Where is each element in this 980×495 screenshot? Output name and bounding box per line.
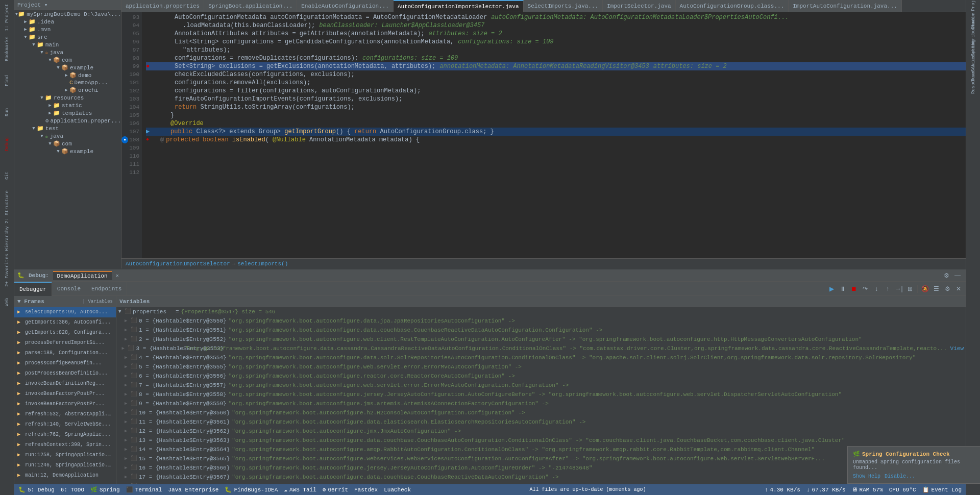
var-item-11[interactable]: ▶ ⬛ 11 = {Hashtable$Entry@3561} "org.spr… bbox=[116, 417, 966, 427]
tree-item-java[interactable]: ▼ ☕ java bbox=[14, 48, 121, 56]
tab-selectimports[interactable]: SelectImports.java... bbox=[524, 0, 603, 12]
status-luacheck[interactable]: LuaCheck bbox=[384, 487, 411, 493]
code-area[interactable]: AutoConfigurationMetadata autoConfigurat… bbox=[142, 12, 966, 258]
var-item-12[interactable]: ▶ ⬛ 12 = {Hashtable$Entry@3562} "org.spr… bbox=[116, 427, 966, 436]
mute-breakpoints-btn[interactable]: 🔕 bbox=[920, 284, 930, 294]
tree-item-idea[interactable]: ▶ 📁 .idea bbox=[14, 18, 121, 26]
debug-tab-console[interactable]: Console bbox=[52, 282, 86, 296]
var-item-9[interactable]: ▶ ⬛ 9 = {Hashtable$Entry@3559} "org.spri… bbox=[116, 399, 966, 408]
tree-item-src[interactable]: ▼ 📁 src bbox=[14, 33, 121, 41]
var-item-10[interactable]: ▶ ⬛ 10 = {Hashtable$Entry@3560} "org.spr… bbox=[116, 408, 966, 417]
settings-btn[interactable]: ⚙ bbox=[942, 284, 952, 294]
frame-item-getimports828[interactable]: ▶ getImports:828, Configura... bbox=[14, 328, 116, 338]
disable-link[interactable]: Disable... bbox=[885, 474, 915, 479]
tree-item-mvn[interactable]: ▶ 📁 .mvn bbox=[14, 26, 121, 33]
status-awstail[interactable]: ☁ AWS Tail bbox=[284, 486, 316, 493]
debug-sidebar-icon[interactable]: Debug bbox=[1, 129, 13, 159]
web-sidebar-icon[interactable]: Web bbox=[1, 287, 13, 317]
var-item-17[interactable]: ▶ ⬛ 17 = {Hashtable$Entry@3567} "org.spr… bbox=[116, 473, 966, 482]
tab-autoconfigurationgroup[interactable]: AutoConfigurationGroup.class... bbox=[676, 0, 789, 12]
debug-minimize-button[interactable]: — bbox=[952, 270, 963, 281]
frame-item-refresh532[interactable]: ▶ refresh:532, AbstractAppli... bbox=[14, 409, 116, 419]
tree-item-static[interactable]: ▶ 📁 static bbox=[14, 102, 121, 109]
frame-item-refresh762[interactable]: ▶ refresh:762, SpringApplic... bbox=[14, 430, 116, 440]
var-item-0[interactable]: ▶ ⬛ 0 = {Hashtable$Entry@3550} "org.spri… bbox=[116, 316, 966, 326]
frame-item-getimports386[interactable]: ▶ getImports:386, AutoConfi... bbox=[14, 317, 116, 328]
resource-icon[interactable]: ResourceSeries bbox=[967, 68, 979, 81]
git-sidebar-icon[interactable]: Git bbox=[1, 160, 13, 191]
frame-item-refreshcontext[interactable]: ▶ refreshContext:398, Sprin... bbox=[14, 440, 116, 450]
tab-importselector[interactable]: ImportSelector.java bbox=[603, 0, 675, 12]
run-sidebar-icon[interactable]: Run bbox=[1, 97, 13, 128]
breadcrumb-item-1[interactable]: AutoConfigurationImportSelector bbox=[126, 261, 230, 267]
var-item-5[interactable]: ▶ ⬛ 5 = {Hashtable$Entry@3555} "org.spri… bbox=[116, 362, 966, 372]
stop-btn[interactable]: ⏹ bbox=[849, 284, 859, 294]
tree-item-resources[interactable]: ▼ 📁 resources bbox=[14, 94, 121, 102]
debug-tab-debugger[interactable]: Debugger bbox=[14, 282, 52, 296]
frame-item-selectimports[interactable]: ▶ selectImports:99, AutoCo... bbox=[14, 307, 116, 317]
tree-item-demoapp[interactable]: C DemoApp... bbox=[14, 79, 121, 86]
frame-item-processconfigbean[interactable]: ▶ processConfigBeanDefin... bbox=[14, 358, 116, 368]
debug-session-tab[interactable]: DemoApplication bbox=[53, 271, 112, 280]
status-java-enterprise[interactable]: Java Enterprise bbox=[168, 487, 218, 493]
status-fastdex[interactable]: Fastdex bbox=[354, 487, 378, 493]
structure-sidebar-icon[interactable]: 2: Structure bbox=[1, 192, 13, 222]
breadcrumb-item-2[interactable]: selectImports() bbox=[237, 261, 288, 267]
tree-item-test-example[interactable]: ▼ 📦 example bbox=[14, 147, 121, 155]
frame-item-main[interactable]: ▶ main:12, DemoApplication bbox=[14, 471, 116, 481]
tab-importautoconfiguration[interactable]: ImportAutoConfiguration.java... bbox=[789, 0, 902, 12]
frame-item-invokebean2[interactable]: ▶ invokeBeanFactoryPostPr... bbox=[14, 389, 116, 399]
step-out-btn[interactable]: ↑ bbox=[883, 284, 893, 294]
status-todo[interactable]: 6: TODO bbox=[61, 487, 84, 493]
tab-springboot-application[interactable]: SpringBoot.application... bbox=[204, 0, 297, 12]
frame-item-parse188[interactable]: ▶ parse:188, Configuration... bbox=[14, 348, 116, 358]
find-sidebar-icon[interactable]: Find bbox=[1, 65, 13, 96]
frame-item-run1246[interactable]: ▶ run:1246, SpringApplicatio... bbox=[14, 460, 116, 471]
hierarchy-sidebar-icon[interactable]: Hierarchy bbox=[1, 224, 13, 254]
tree-item-appprops[interactable]: ⚙ application.proper... bbox=[14, 117, 121, 125]
maven-icon[interactable]: Maven Projects bbox=[967, 2, 979, 14]
tree-item-test-com[interactable]: ▼ 📦 com bbox=[14, 140, 121, 147]
run-to-cursor-btn[interactable]: →| bbox=[894, 284, 904, 294]
frame-item-refresh140[interactable]: ▶ refresh:140, ServletWebSe... bbox=[14, 419, 116, 430]
close-session-icon[interactable]: ✕ bbox=[116, 273, 119, 279]
project-sidebar-icon[interactable]: 1: Project bbox=[1, 2, 13, 33]
tree-item-main[interactable]: ▼ 📁 main bbox=[14, 41, 121, 48]
status-spring[interactable]: 🌿 Spring bbox=[90, 486, 120, 493]
var-item-8[interactable]: ▶ ⬛ 8 = {Hashtable$Entry@3558} "org.spri… bbox=[116, 390, 966, 399]
var-item-6[interactable]: ▶ ⬛ 6 = {Hashtable$Entry@3556} "org.spri… bbox=[116, 372, 966, 381]
step-over-btn[interactable]: ↷ bbox=[860, 284, 870, 294]
var-item-3[interactable]: ▶ ⬛ 3 = {Hashtable$Entry@3553} "org.spri… bbox=[116, 344, 966, 353]
evaluate-btn[interactable]: ⊞ bbox=[905, 284, 915, 294]
var-item-1[interactable]: ▶ ⬛ 1 = {Hashtable$Entry@3551} "org.spri… bbox=[116, 326, 966, 335]
status-debug[interactable]: 🐛 5: Debug bbox=[18, 486, 55, 493]
var-item-14[interactable]: ▶ ⬛ 14 = {Hashtable$Entry@3564} "org.spr… bbox=[116, 445, 966, 454]
var-item-2[interactable]: ▶ ⬛ 2 = {Hashtable$Entry@3552} "org.spri… bbox=[116, 335, 966, 344]
frame-item-postprocess[interactable]: ▶ postProcessBeanDefinitio... bbox=[14, 368, 116, 379]
get-thread-dump-btn[interactable]: ☰ bbox=[931, 284, 941, 294]
var-item-15[interactable]: ▶ ⬛ 15 = {Hashtable$Entry@3565} "org.spr… bbox=[116, 454, 966, 463]
frame-item-invokebean3[interactable]: ▶ invokeBeanFactoryPostPr... bbox=[14, 399, 116, 409]
var-root[interactable]: ▼ ⬛ properties = {Properties@3547} size … bbox=[116, 307, 966, 316]
tree-item-project[interactable]: ▼ 📁 mySpringBootDemo D:\Java\... bbox=[14, 10, 121, 18]
tab-enable-auto-configuration[interactable]: EnableAutoConfiguration... bbox=[297, 0, 394, 12]
tree-item-orochi[interactable]: ▶ 📦 orochi bbox=[14, 86, 121, 94]
status-terminal[interactable]: ⬛ Terminal bbox=[126, 486, 162, 493]
tree-item-test-java[interactable]: ▼ ☕ java bbox=[14, 132, 121, 140]
frame-item-invokebean1[interactable]: ▶ invokeBeanDefinitionReg... bbox=[14, 379, 116, 389]
database-icon[interactable]: Attributes bbox=[967, 29, 979, 41]
close-debugger-btn[interactable]: ✕ bbox=[953, 284, 964, 294]
tree-item-demo[interactable]: ▶ 📦 demo bbox=[14, 71, 121, 79]
tab-application-properties[interactable]: application.properties bbox=[121, 0, 204, 12]
var-item-4[interactable]: ▶ ⬛ 4 = {Hashtable$Entry@3554} "org.spri… bbox=[116, 353, 966, 362]
tree-item-example[interactable]: ▼ 📦 example bbox=[14, 64, 121, 71]
tab-autoconfiguration-importselector[interactable]: AutoConfigurationImportSelector.java bbox=[394, 0, 524, 12]
status-event-log[interactable]: 📋 Event Log bbox=[922, 486, 962, 493]
resume-btn[interactable]: ▶ bbox=[826, 284, 837, 294]
frame-item-processdeferred[interactable]: ▶ processDeferredImportSi... bbox=[14, 338, 116, 348]
debug-tab-endpoints[interactable]: Endpoints bbox=[86, 282, 127, 296]
status-findbugs[interactable]: 🐛 FindBugs-IDEA bbox=[225, 486, 278, 493]
var-item-7[interactable]: ▶ ⬛ 7 = {Hashtable$Entry@3557} "org.spri… bbox=[116, 381, 966, 390]
show-help-link[interactable]: Show Help bbox=[853, 474, 880, 479]
var-item-16[interactable]: ▶ ⬛ 16 = {Hashtable$Entry@3566} "org.spr… bbox=[116, 463, 966, 473]
